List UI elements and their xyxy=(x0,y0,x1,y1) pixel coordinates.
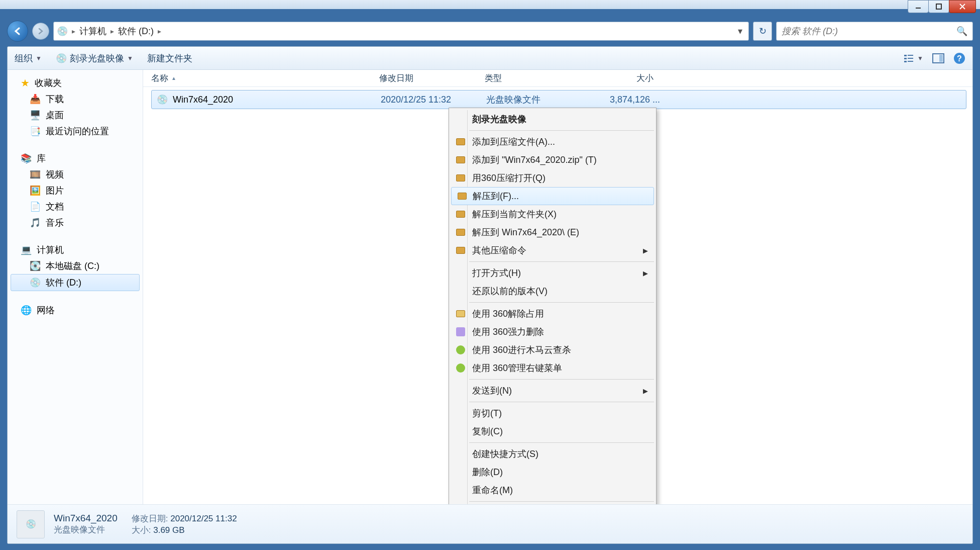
new-folder-label: 新建文件夹 xyxy=(147,52,192,64)
cm-cut[interactable]: 剪切(T) xyxy=(450,404,655,422)
cm-open-360[interactable]: 用360压缩打开(Q) xyxy=(450,169,655,187)
back-button[interactable] xyxy=(7,21,28,42)
file-row[interactable]: 💿Win7x64_2020 2020/12/25 11:32 光盘映像文件 3,… xyxy=(151,90,966,109)
address-dropdown[interactable]: ▾ xyxy=(734,26,745,37)
forward-button[interactable] xyxy=(32,23,49,40)
cm-extract-here[interactable]: 解压到当前文件夹(X) xyxy=(450,205,655,223)
archive-icon xyxy=(455,154,466,165)
archive-icon xyxy=(455,172,466,184)
cm-open-with[interactable]: 打开方式(H)▶ xyxy=(450,264,655,282)
explorer-window: 组织▼ 💿刻录光盘映像▼ 新建文件夹 ▼ ? ★收藏夹 📥下载 🖥️桌面 📑最近… xyxy=(7,46,973,544)
toolbar: 组织▼ 💿刻录光盘映像▼ 新建文件夹 ▼ ? xyxy=(8,47,972,70)
search-input[interactable] xyxy=(782,26,956,37)
sidebar-item-documents[interactable]: 📄文档 xyxy=(8,199,143,215)
address-bar[interactable]: 💿 ▸ 计算机 ▸ 软件 (D:) ▸ ▾ xyxy=(53,22,749,41)
cm-send-to[interactable]: 发送到(N)▶ xyxy=(450,382,655,400)
desktop-icon: 🖥️ xyxy=(30,110,41,121)
column-name[interactable]: 名称▲ xyxy=(151,72,379,84)
sort-indicator-icon: ▲ xyxy=(171,75,176,81)
refresh-button[interactable]: ↻ xyxy=(753,22,772,41)
sidebar-item-drive-c[interactable]: 💽本地磁盘 (C:) xyxy=(8,258,143,274)
sidebar-computer-head[interactable]: 💻计算机 xyxy=(8,242,143,258)
organize-menu[interactable]: 组织▼ xyxy=(15,52,42,64)
file-name: Win7x64_2020 xyxy=(173,95,233,105)
sidebar-item-recent[interactable]: 📑最近访问的位置 xyxy=(8,123,143,139)
cm-burn-image[interactable]: 刻录光盘映像 xyxy=(450,110,655,128)
help-button[interactable]: ? xyxy=(953,52,965,64)
sidebar-favorites-head[interactable]: ★收藏夹 xyxy=(8,75,143,91)
cm-extract-named[interactable]: 解压到 Win7x64_2020\ (E) xyxy=(450,223,655,241)
archive-icon xyxy=(457,191,468,202)
svg-text:?: ? xyxy=(957,54,962,63)
file-date: 2020/12/25 11:32 xyxy=(381,95,486,105)
sidebar-item-music[interactable]: 🎵音乐 xyxy=(8,215,143,231)
burn-label: 刻录光盘映像 xyxy=(70,52,124,64)
sidebar-network-head[interactable]: 🌐网络 xyxy=(8,302,143,318)
drive-icon: 💽 xyxy=(30,260,41,271)
details-pane: 💿 Win7x64_2020 光盘映像文件 修改日期: 2020/12/25 1… xyxy=(8,504,972,543)
iso-file-icon: 💿 xyxy=(157,94,168,105)
cm-360-delete[interactable]: 使用 360强力删除 xyxy=(450,323,655,341)
submenu-arrow-icon: ▶ xyxy=(643,387,648,395)
cm-properties[interactable]: 属性(R) xyxy=(450,504,655,504)
navigation-bar: 💿 ▸ 计算机 ▸ 软件 (D:) ▸ ▾ ↻ 🔍 xyxy=(7,18,973,44)
cm-restore[interactable]: 还原以前的版本(V) xyxy=(450,282,655,300)
context-menu: 刻录光盘映像 添加到压缩文件(A)... 添加到 "Win7x64_2020.z… xyxy=(449,108,657,504)
view-options-button[interactable]: ▼ xyxy=(903,53,923,64)
cm-other-compress[interactable]: 其他压缩命令▶ xyxy=(450,241,655,259)
new-folder-button[interactable]: 新建文件夹 xyxy=(147,52,192,64)
details-title: Win7x64_2020 xyxy=(54,513,118,524)
svg-rect-0 xyxy=(936,4,941,9)
details-date-label: 修改日期: xyxy=(132,514,168,523)
burn-image-button[interactable]: 💿刻录光盘映像▼ xyxy=(56,52,133,64)
drive-icon: 💿 xyxy=(30,277,41,288)
library-icon: 📚 xyxy=(21,153,32,164)
cm-copy[interactable]: 复制(C) xyxy=(450,422,655,440)
cm-add-zip[interactable]: 添加到 "Win7x64_2020.zip" (T) xyxy=(450,151,655,169)
details-date-value: 2020/12/25 11:32 xyxy=(170,514,237,523)
cm-shortcut[interactable]: 创建快捷方式(S) xyxy=(450,445,655,463)
star-icon: ★ xyxy=(21,77,30,89)
cm-extract-to[interactable]: 解压到(F)... xyxy=(451,187,654,205)
sidebar-item-desktop[interactable]: 🖥️桌面 xyxy=(8,107,143,123)
svg-rect-2 xyxy=(908,55,913,56)
cm-delete[interactable]: 删除(D) xyxy=(450,463,655,481)
archive-icon xyxy=(455,227,466,238)
minimize-button[interactable] xyxy=(908,0,929,13)
column-size[interactable]: 大小 xyxy=(588,72,659,84)
cm-360-scan[interactable]: 使用 360进行木马云查杀 xyxy=(450,341,655,359)
svg-rect-8 xyxy=(939,55,943,62)
details-size-value: 3.69 GB xyxy=(153,525,184,535)
360-icon xyxy=(455,362,466,374)
recent-icon: 📑 xyxy=(30,126,41,137)
breadcrumb-current[interactable]: 软件 (D:) xyxy=(118,25,154,37)
video-icon: 🎞️ xyxy=(30,169,41,180)
sidebar-item-downloads[interactable]: 📥下载 xyxy=(8,91,143,107)
close-button[interactable] xyxy=(949,0,976,13)
details-size-label: 大小: xyxy=(132,525,151,535)
maximize-button[interactable] xyxy=(928,0,949,13)
sidebar-item-videos[interactable]: 🎞️视频 xyxy=(8,166,143,182)
file-size: 3,874,126 ... xyxy=(590,95,660,105)
sidebar-item-pictures[interactable]: 🖼️图片 xyxy=(8,182,143,199)
cm-rename[interactable]: 重命名(M) xyxy=(450,481,655,499)
360-icon xyxy=(455,308,466,319)
svg-rect-3 xyxy=(904,58,907,59)
pictures-icon: 🖼️ xyxy=(30,185,41,196)
column-date[interactable]: 修改日期 xyxy=(379,72,485,84)
breadcrumb-root[interactable]: 计算机 xyxy=(79,25,106,37)
sidebar-item-drive-d[interactable]: 💿软件 (D:) xyxy=(11,274,140,291)
archive-icon xyxy=(455,136,466,147)
archive-icon xyxy=(455,209,466,220)
music-icon: 🎵 xyxy=(30,217,41,228)
cm-360-menu[interactable]: 使用 360管理右键菜单 xyxy=(450,359,655,377)
svg-rect-4 xyxy=(908,58,913,59)
preview-pane-button[interactable] xyxy=(932,53,944,63)
chevron-right-icon: ▸ xyxy=(111,27,114,35)
sidebar-libraries-head[interactable]: 📚库 xyxy=(8,150,143,166)
column-type[interactable]: 类型 xyxy=(485,72,588,84)
search-box[interactable]: 🔍 xyxy=(776,22,973,41)
file-list-area: 名称▲ 修改日期 类型 大小 💿Win7x64_2020 2020/12/25 … xyxy=(143,70,972,504)
cm-add-archive[interactable]: 添加到压缩文件(A)... xyxy=(450,133,655,151)
cm-360-unlock[interactable]: 使用 360解除占用 xyxy=(450,305,655,323)
